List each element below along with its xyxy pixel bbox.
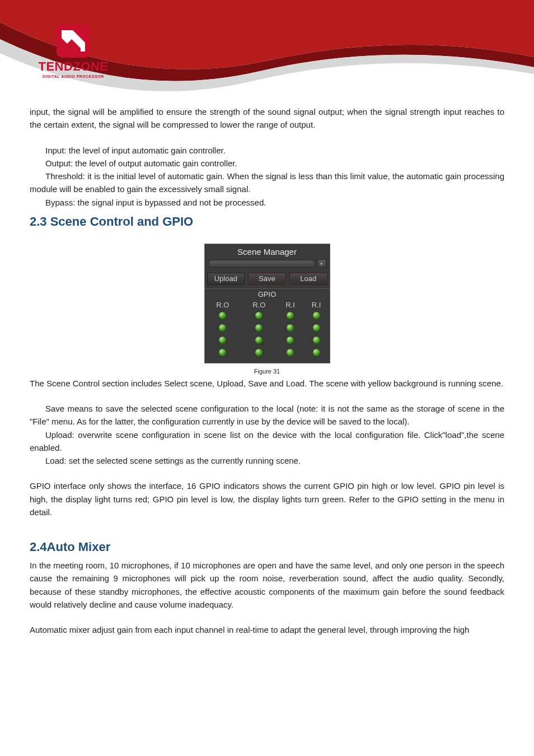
def-output: Output: the level of output automatic ga…: [30, 157, 504, 170]
logo-wordmark: TENDZONE: [31, 59, 115, 74]
scene-list-button[interactable]: ▾: [317, 259, 326, 268]
gpio-section-title: GPIO: [205, 288, 330, 300]
scene-manager-panel: Scene Manager ▾ Upload Save Load GPIO R.…: [204, 244, 330, 363]
sec23-save: Save means to save the selected scene co…: [30, 402, 504, 428]
figure-31-caption: Figure 31: [30, 368, 504, 375]
scene-manager-title: Scene Manager: [205, 244, 330, 259]
gpio-led: [286, 311, 294, 320]
gpio-led: [218, 311, 227, 320]
logo-mark-icon: [56, 24, 91, 58]
def-input: Input: the level of input automatic gain…: [30, 144, 504, 157]
sec23-upload: Upload: overwrite scene configuration in…: [30, 428, 504, 455]
gpio-col-3: R.I: [303, 300, 330, 310]
gpio-col-0: R.O: [205, 300, 241, 310]
gpio-row: [205, 310, 330, 323]
load-button[interactable]: Load: [289, 273, 327, 285]
def-bypass: Bypass: the signal input is bypassed and…: [30, 196, 504, 209]
gpio-led: [218, 348, 227, 357]
brand-logo: TENDZONE DIGITAL AUDIO PROCESSOR: [31, 24, 115, 78]
gpio-led: [312, 324, 321, 332]
upload-button[interactable]: Upload: [207, 273, 245, 285]
page-content: input, the signal will be amplified to e…: [30, 105, 504, 636]
gpio-led: [255, 324, 263, 332]
gpio-led: [255, 311, 263, 320]
gpio-led: [255, 336, 263, 344]
def-threshold: Threshold: it is the initial level of au…: [30, 170, 504, 196]
sec23-p1: The Scene Control section includes Selec…: [30, 377, 504, 390]
gpio-row: [205, 323, 330, 335]
gpio-col-1: R.O: [241, 300, 277, 310]
figure-31: Scene Manager ▾ Upload Save Load GPIO R.…: [30, 244, 504, 375]
gpio-led: [312, 336, 321, 344]
gpio-led: [312, 348, 321, 357]
sec24-p2: Automatic mixer adjust gain from each in…: [30, 623, 504, 636]
gpio-led: [286, 324, 294, 332]
gpio-table: R.O R.O R.I R.I: [205, 300, 330, 360]
sec23-gpio: GPIO interface only shows the interface,…: [30, 479, 504, 519]
sec23-load: Load: set the selected scene settings as…: [30, 454, 504, 467]
gpio-row: [205, 335, 330, 347]
logo-tagline: DIGITAL AUDIO PROCESSOR: [31, 74, 115, 78]
gpio-row: [205, 347, 330, 360]
gpio-led: [218, 324, 227, 332]
section-2-4-heading: 2.4Auto Mixer: [30, 540, 504, 554]
gpio-led: [218, 336, 227, 344]
gpio-led: [286, 348, 294, 357]
section-2-3-heading: 2.3 Scene Control and GPIO: [30, 214, 504, 229]
gpio-led: [312, 311, 321, 320]
gpio-led: [255, 348, 263, 357]
gpio-header-row: R.O R.O R.I R.I: [205, 300, 330, 310]
gpio-col-2: R.I: [277, 300, 303, 310]
gpio-led: [286, 336, 294, 344]
sec24-p1: In the meeting room, 10 microphones, if …: [30, 559, 504, 611]
save-button[interactable]: Save: [248, 273, 286, 285]
scene-select-dropdown[interactable]: [208, 260, 315, 268]
intro-paragraph: input, the signal will be amplified to e…: [30, 105, 504, 132]
